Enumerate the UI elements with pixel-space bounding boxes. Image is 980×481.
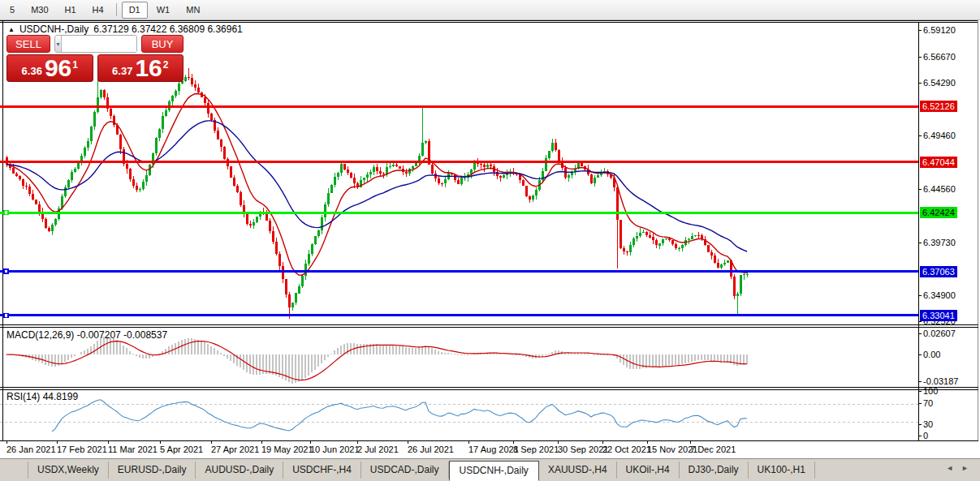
price-axis-label: 6.49460 [923, 131, 956, 140]
timeframe-button-w1[interactable]: W1 [149, 2, 178, 19]
date-axis-tick [690, 440, 691, 444]
date-axis-label: 19 May 2021 [261, 444, 313, 454]
price-axis-tick [918, 321, 922, 322]
price-axis-label: 6.56670 [923, 52, 956, 62]
sell-price-display[interactable]: 6.36 96 1 [6, 54, 93, 82]
date-axis-tick [357, 440, 358, 444]
sell-button[interactable]: SELL [6, 35, 50, 53]
date-axis-label: 26 Jan 2021 [6, 444, 56, 454]
rsi-axis-tick [918, 436, 922, 436]
one-click-trade-panel: SELL ▼ ▲ BUY 6.36 96 1 6.37 16 2 [6, 35, 183, 82]
buy-button[interactable]: BUY [141, 35, 183, 53]
tab-scroll-left-icon[interactable]: ◄ [946, 464, 953, 472]
price-line-tag: 6.37063 [920, 266, 957, 277]
date-axis-label: 7 Dec 2021 [690, 444, 736, 454]
date-axis-tick [513, 440, 514, 444]
macd-indicator-label: MACD(12,26,9) -0.007207 -0.008537 [6, 329, 167, 341]
date-axis-tick [408, 440, 408, 444]
sell-price-pip: 1 [72, 57, 78, 71]
date-axis-label: 22 Oct 2021 [602, 444, 651, 454]
tab-usdcad-daily[interactable]: USDCAD-,Daily [361, 462, 449, 479]
rsi-axis-tick [918, 424, 922, 425]
toolbar-separator [116, 3, 117, 16]
timeframe-toolbar: 5M30H1H4D1W1MN [0, 0, 980, 20]
date-axis-tick [160, 440, 161, 444]
tab-audusd-daily[interactable]: AUDUSD-,Daily [196, 462, 283, 479]
macd-axis-label: 0.00 [923, 350, 940, 359]
price-axis-label: 6.34900 [923, 290, 956, 300]
date-axis-tick [211, 440, 212, 444]
date-axis-tick [310, 440, 311, 444]
tab-usdchf-h4[interactable]: USDCHF-,H4 [283, 462, 361, 479]
chart-symbol-title: USDCNH-,Daily [19, 24, 89, 35]
macd-separator-top [0, 324, 978, 325]
price-axis-tick [918, 83, 922, 84]
macd-axis-label: -0.03187 [923, 376, 958, 386]
tab-scroll-arrows: ◄ ► [946, 464, 969, 472]
date-axis-label: 17 Aug 2021 [468, 444, 519, 454]
macd-axis-tick [918, 354, 922, 355]
tab-xauusd-h4[interactable]: XAUUSD-,H4 [539, 462, 617, 479]
date-axis-tick [261, 440, 262, 444]
timeframe-button-mn[interactable]: MN [179, 2, 207, 19]
rsi-panel-chart[interactable] [0, 390, 918, 440]
fast-ma-line [6, 94, 747, 276]
macd-axis-tick [918, 333, 922, 334]
price-line-tag: 6.47044 [920, 157, 957, 168]
macd-histogram [6, 337, 748, 383]
price-line-tag: 6.33041 [920, 310, 957, 321]
rsi-axis-label: 70 [923, 398, 933, 408]
tab-usdx-weekly[interactable]: USDX,Weekly [28, 462, 109, 479]
date-axis-label: 5 Apr 2021 [160, 444, 203, 454]
buy-price-pip: 2 [163, 57, 169, 71]
date-axis-tick [108, 440, 109, 444]
price-axis-label: 6.39730 [923, 238, 956, 247]
tab-uk100-h1[interactable]: UK100-,H1 [749, 462, 815, 479]
volume-stepper: ▼ ▲ [54, 35, 137, 53]
rsi-axis-label: 0 [923, 431, 928, 440]
collapse-arrow-icon[interactable]: ▲ [8, 26, 15, 33]
tab-dj30-daily[interactable]: DJ30-,Daily [680, 462, 749, 479]
rsi-axis-tick [918, 391, 922, 392]
timeframe-button-h4[interactable]: H4 [85, 2, 111, 19]
chart-ohlc-values: 6.37129 6.37422 6.36809 6.36961 [93, 24, 243, 35]
date-axis-tick [57, 440, 58, 444]
timeframe-button-d1[interactable]: D1 [122, 2, 148, 19]
macd-axis-tick [918, 381, 922, 382]
price-axis-label: 6.59120 [923, 25, 956, 35]
horizontal-price-lines[interactable] [0, 105, 918, 318]
price-axis-label: 6.44560 [923, 184, 956, 194]
tab-eurusd-daily[interactable]: EURUSD-,Daily [109, 462, 196, 479]
chart-title-bar: ▲ USDCNH-,Daily 6.37129 6.37422 6.36809 … [8, 24, 243, 35]
timeframe-button-m30[interactable]: M30 [24, 2, 55, 19]
tab-scroll-right-icon[interactable]: ► [961, 464, 969, 472]
buy-price-display[interactable]: 6.37 16 2 [97, 54, 184, 82]
volume-decrease-button[interactable]: ▼ [55, 36, 62, 52]
date-axis-label: 8 Sep 2021 [513, 444, 559, 454]
date-axis-tick [468, 440, 469, 444]
date-axis-tick [6, 440, 7, 444]
timeframe-button-h1[interactable]: H1 [58, 2, 84, 19]
rsi-axis-label: 30 [923, 419, 933, 429]
tab-ukoil-h4[interactable]: UKOil-,H4 [617, 462, 680, 479]
buy-price-prefix: 6.37 [112, 65, 132, 77]
price-axis-tick [918, 243, 922, 243]
date-axis-separator [0, 440, 978, 441]
date-axis-label: 27 Apr 2021 [211, 444, 259, 454]
sell-price-prefix: 6.36 [22, 65, 42, 77]
date-axis-tick [558, 440, 559, 444]
date-axis-label: 17 Feb 2021 [57, 444, 107, 454]
price-axis-tick [918, 189, 922, 190]
sell-price-main: 96 [45, 56, 71, 80]
tab-usdcnh-daily[interactable]: USDCNH-,Daily [449, 461, 539, 481]
macd-axis-label: 0.02607 [923, 329, 956, 338]
date-axis-tick [647, 440, 648, 444]
date-axis-label: 26 Jul 2021 [408, 444, 454, 454]
volume-input[interactable] [62, 36, 137, 52]
date-axis-label: 11 Mar 2021 [108, 444, 158, 454]
chart-frame-right [978, 20, 978, 440]
trading-platform-window: 5M30H1H4D1W1MN ▲ USDCNH-,Daily 6.37129 6… [0, 0, 980, 481]
timeframe-button-5[interactable]: 5 [2, 2, 22, 19]
date-axis-label: 30 Sep 2021 [558, 444, 608, 454]
price-axis-label: 6.54290 [923, 78, 956, 88]
